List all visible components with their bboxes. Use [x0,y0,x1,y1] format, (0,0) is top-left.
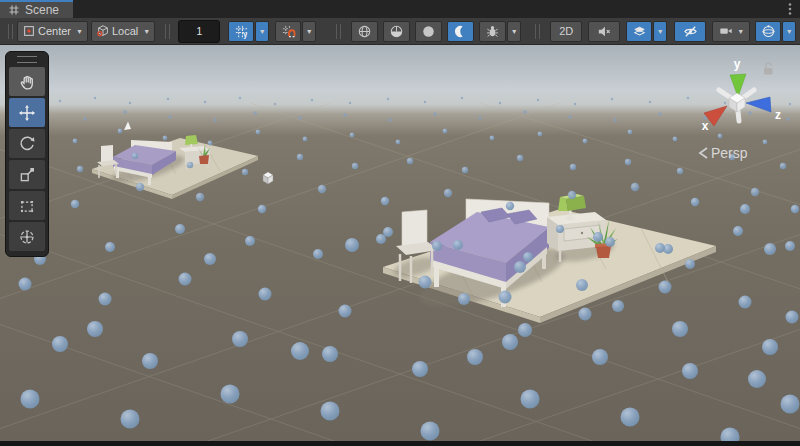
particle-sphere [71,200,79,208]
move-icon [18,104,36,122]
toolbar-grip[interactable] [165,24,170,39]
2d-mode-toggle[interactable]: 2D [550,21,582,42]
overlay-drag-handle[interactable] [17,56,37,63]
skybox-toggle[interactable] [447,21,474,42]
particle-sphere [574,103,576,105]
chevron-down-icon: ▼ [76,28,83,35]
scene-viewport[interactable]: y x z Persp [0,45,800,441]
effects-dropdown[interactable]: ▼ [653,21,667,42]
grid-snap-icon: y [234,24,249,39]
gizmos-toggle[interactable] [755,21,781,42]
sphere-shading-toggle[interactable] [415,21,442,42]
toolbar-grip[interactable] [8,24,13,39]
particle-sphere [649,101,651,103]
particle-sphere [521,390,540,409]
gizmos-dropdown[interactable]: ▼ [782,21,796,42]
particle-sphere [239,97,241,99]
tab-scene[interactable]: Scene [0,0,73,18]
particle-sphere [763,140,768,145]
particle-sphere [318,185,326,193]
particle-sphere [381,197,389,205]
debug-button[interactable] [479,21,506,42]
particle-sphere [631,183,639,191]
particle-sphere [523,252,533,262]
particle-sphere [576,279,588,291]
grid-size-field[interactable] [178,20,220,43]
toolbar-grip[interactable] [535,24,540,39]
tool-rotate[interactable] [9,129,45,158]
pivot-mode-dropdown[interactable]: Center ▼ [17,21,88,42]
scale-icon [18,166,36,184]
camera-icon [718,24,734,38]
grid-visibility-toggle[interactable]: y [228,21,254,42]
particle-sphere [687,97,689,99]
axis-x-label: x [702,119,709,133]
grid-visibility-dropdown[interactable]: ▼ [255,21,269,42]
grid-tab-icon [8,4,20,16]
debug-dropdown[interactable]: ▼ [507,21,521,42]
tool-hand[interactable] [9,67,45,96]
particle-sphere [412,361,428,377]
particle-sphere [786,311,799,324]
particle-sphere [297,154,303,160]
particle-sphere [298,116,302,120]
scene-visibility-toggle[interactable] [674,21,706,42]
window-bottom-edge [0,441,800,446]
svg-text:y: y [243,31,247,39]
wire-globe-icon [357,24,372,39]
particle-sphere [570,164,576,170]
tools-overlay [5,51,49,257]
snap-increment-dropdown[interactable]: ▼ [302,21,316,42]
particle-sphere [506,202,514,210]
particle-sphere [59,100,61,102]
rotation-mode-dropdown[interactable]: Local ▼ [91,21,155,42]
rect-tool-icon [18,197,36,215]
lighting-toggle[interactable] [383,21,410,42]
scene-canvas[interactable]: y x z Persp [0,45,800,441]
tool-move[interactable] [9,98,45,127]
particle-sphere [672,321,688,337]
particle-sphere [345,238,359,252]
particle-sphere [350,133,355,138]
particle-sphere [376,234,386,244]
pivot-mode-label: Center [36,25,73,37]
tool-transform[interactable] [9,222,45,251]
chevron-down-icon: ▼ [511,28,518,35]
toolbar-grip[interactable] [336,24,341,39]
particle-sphere [490,136,495,141]
particle-sphere [762,339,778,355]
snap-increment-button[interactable] [275,21,301,42]
particle-sphere [537,99,539,101]
window-menu-button[interactable] [780,0,800,18]
particle-sphere [52,336,68,352]
tool-rect[interactable] [9,191,45,220]
particle-sphere [658,112,662,116]
particle-sphere [724,102,726,104]
particle-sphere [303,137,308,142]
camera-settings-dropdown[interactable]: ▼ [712,21,750,42]
particle-sphere [99,293,112,306]
particle-sphere [443,129,448,134]
particle-sphere [232,331,248,347]
particle-sphere [175,224,185,234]
particle-sphere [499,291,512,304]
shaded-wireframe-toggle[interactable] [351,21,378,42]
chevron-down-icon: ▼ [143,28,150,35]
particle-sphere [538,132,543,137]
local-cube-icon [96,24,110,38]
particle-sphere [556,225,564,233]
effects-layers-icon [632,24,647,39]
particle-sphere [514,261,526,273]
particle-sphere [396,140,401,145]
effects-toggle[interactable] [626,21,652,42]
axis-y-label: y [734,57,741,71]
rotation-mode-label: Local [110,25,140,37]
audio-toggle[interactable] [588,21,620,42]
tool-scale[interactable] [9,160,45,189]
particle-sphere [781,395,800,414]
particle-sphere [256,130,261,135]
tab-bar: Scene [0,0,800,18]
particle-sphere [691,198,699,206]
crescent-moon-icon [453,24,468,39]
particle-sphere [352,163,358,169]
